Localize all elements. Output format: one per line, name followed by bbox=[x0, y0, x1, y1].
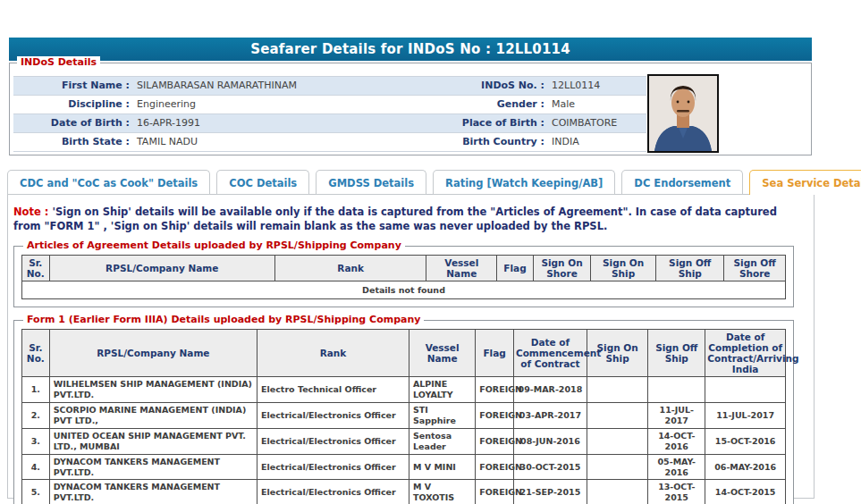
indos-details-fieldset: INDoS Details First Name : SILAMBARASAN … bbox=[9, 63, 812, 155]
cell-flag: FOREIGN bbox=[476, 454, 514, 480]
cell-vessel: STI Sapphire bbox=[409, 403, 475, 429]
col-header-completion: Date of Completion of Contract/Arriving … bbox=[705, 330, 786, 377]
cell-sign-on-ship bbox=[587, 377, 647, 403]
discipline-label: Discipline : bbox=[13, 96, 135, 113]
tab-coc-details[interactable]: COC Details bbox=[216, 170, 309, 195]
cell-commencement: 03-APR-2017 bbox=[513, 403, 587, 429]
form1-details-table: Sr. No. RPSL/Company Name Rank Vessel Na… bbox=[21, 329, 786, 504]
cell-commencement: 09-MAR-2018 bbox=[513, 377, 587, 403]
cell-completion: 11-JUL-2017 bbox=[705, 403, 786, 429]
details-not-found-message: Details not found bbox=[22, 281, 786, 299]
cell-sign-on-ship bbox=[587, 403, 647, 429]
sign-on-ship-note: Note : 'Sign on Ship' details will be av… bbox=[13, 206, 806, 233]
articles-of-agreement-table: Sr. No. RPSL/Company Name Rank Vessel Na… bbox=[21, 255, 786, 299]
articles-header-row: Sr. No. RPSL/Company Name Rank Vessel Na… bbox=[22, 256, 786, 281]
tab-cdc-coc-as-cook-details[interactable]: CDC and "CoC as Cook" Details bbox=[7, 170, 210, 195]
cell-rank: Electrical/Electronics Officer bbox=[257, 403, 409, 429]
cell-completion: 14-OCT-2015 bbox=[705, 480, 786, 504]
cell-sr-no: 5. bbox=[22, 480, 50, 504]
cell-flag: FOREIGN bbox=[476, 428, 514, 454]
col-header-sign-off-shore: Sign Off Shore bbox=[724, 256, 786, 281]
birth-state-value: TAMIL NADU bbox=[135, 133, 403, 151]
cell-completion: 06-MAY-2016 bbox=[705, 454, 786, 480]
articles-empty-row: Details not found bbox=[22, 281, 786, 299]
cell-sr-no: 1. bbox=[22, 377, 50, 403]
cell-commencement: 30-OCT-2015 bbox=[513, 454, 587, 480]
tab-gmdss-details[interactable]: GMDSS Details bbox=[316, 170, 426, 195]
detail-row-birth-state: Birth State : TAMIL NADU Birth Country :… bbox=[13, 133, 646, 152]
form1-details-fieldset: Form 1 (Earlier Form IIIA) Details uploa… bbox=[13, 320, 794, 504]
cell-rank: Electrical/Electronics Officer bbox=[257, 428, 409, 454]
table-row: 2. SCORPIO MARINE MANAGEMENT (INDIA) PVT… bbox=[22, 403, 786, 429]
col-header-sign-on-shore: Sign On Shore bbox=[533, 256, 590, 281]
table-row: 4. DYNACOM TANKERS MANAGEMENT PVT.LTD. E… bbox=[22, 454, 786, 480]
birth-country-label: Birth Country : bbox=[403, 133, 550, 151]
cell-flag: FOREIGN bbox=[476, 377, 514, 403]
col-header-flag: Flag bbox=[476, 330, 514, 377]
col-header-sr-no: Sr. No. bbox=[22, 256, 50, 281]
cell-vessel: M V MINI bbox=[409, 454, 475, 480]
articles-of-agreement-fieldset: Articles of Agreement Details uploaded b… bbox=[13, 246, 794, 307]
articles-of-agreement-legend: Articles of Agreement Details uploaded b… bbox=[23, 239, 405, 251]
cell-completion: 15-OCT-2016 bbox=[705, 428, 786, 454]
cell-company: WILHELMSEN SHIP MANAGEMENT (INDIA) PVT.L… bbox=[49, 377, 257, 403]
indos-details-legend: INDoS Details bbox=[17, 56, 100, 68]
col-header-sign-off-ship: Sign Off Ship bbox=[656, 256, 724, 281]
detail-row-discipline: Discipline : Engineering Gender : Male bbox=[13, 96, 646, 114]
table-row: 3. UNITED OCEAN SHIP MANAGEMENT PVT. LTD… bbox=[22, 428, 786, 454]
table-row: 5. DYNACOM TANKERS MANAGEMENT PVT.LTD. E… bbox=[22, 480, 786, 504]
indos-no-label: INDoS No. : bbox=[403, 77, 550, 95]
table-row: 1. WILHELMSEN SHIP MANAGEMENT (INDIA) PV… bbox=[22, 377, 786, 403]
note-text: 'Sign on Ship' details will be available… bbox=[13, 206, 777, 232]
col-header-rank: Rank bbox=[274, 256, 426, 281]
cell-company: DYNACOM TANKERS MANAGEMENT PVT.LTD. bbox=[49, 480, 257, 504]
seafarer-details-page: { "header": { "title": "Seafarer Details… bbox=[0, 0, 861, 504]
cell-sign-off-ship: 13-OCT-2015 bbox=[648, 480, 705, 504]
place-of-birth-value: COIMBATORE bbox=[550, 114, 646, 132]
seafarer-photo bbox=[647, 74, 719, 153]
col-header-company: RPSL/Company Name bbox=[49, 330, 257, 377]
date-of-birth-label: Date of Birth : bbox=[13, 114, 135, 132]
cell-sr-no: 4. bbox=[22, 454, 50, 480]
discipline-value: Engineering bbox=[135, 96, 403, 113]
cell-rank: Electro Technical Officer bbox=[257, 377, 409, 403]
cell-company: SCORPIO MARINE MANAGEMENT (INDIA) PVT LT… bbox=[49, 403, 257, 429]
date-of-birth-value: 16-APR-1991 bbox=[135, 114, 403, 132]
col-header-flag: Flag bbox=[497, 256, 534, 281]
birth-state-label: Birth State : bbox=[13, 133, 135, 151]
cell-company: DYNACOM TANKERS MANAGEMENT PVT.LTD. bbox=[49, 454, 257, 480]
cell-sign-on-ship bbox=[587, 428, 647, 454]
col-header-rank: Rank bbox=[257, 330, 409, 377]
cell-sign-off-ship: 11-JUL-2017 bbox=[648, 403, 705, 429]
page-title: Seafarer Details for INDoS No : 12LL0114 bbox=[9, 38, 812, 61]
detail-row-first-name: First Name : SILAMBARASAN RAMARATHINAM I… bbox=[13, 76, 646, 96]
gender-value: Male bbox=[550, 96, 646, 113]
gender-label: Gender : bbox=[403, 96, 550, 113]
seafarer-photo-illustration bbox=[649, 76, 717, 151]
sea-service-details-panel: Note : 'Sign on Ship' details will be av… bbox=[7, 194, 815, 499]
indos-no-value: 12LL0114 bbox=[550, 77, 646, 95]
cell-vessel: M V TOXOTIS bbox=[409, 480, 475, 504]
cell-sr-no: 3. bbox=[22, 428, 50, 454]
cell-vessel: ALPINE LOYALTY bbox=[409, 377, 475, 403]
note-label: Note : bbox=[13, 206, 48, 218]
tab-sea-service-details[interactable]: Sea Service Details bbox=[749, 170, 861, 195]
col-header-vessel: Vessel Name bbox=[409, 330, 475, 377]
col-header-company: RPSL/Company Name bbox=[49, 256, 274, 281]
cell-vessel: Sentosa Leader bbox=[409, 428, 475, 454]
col-header-sign-on-ship: Sign On Ship bbox=[591, 256, 656, 281]
tab-rating-watch-keeping-ab[interactable]: Rating [Watch Keeping/AB] bbox=[433, 170, 615, 195]
cell-company: UNITED OCEAN SHIP MANAGEMENT PVT. LTD., … bbox=[49, 428, 257, 454]
first-name-label: First Name : bbox=[13, 77, 135, 95]
indos-details-grid: First Name : SILAMBARASAN RAMARATHINAM I… bbox=[13, 76, 646, 152]
cell-completion bbox=[705, 377, 786, 403]
form1-details-legend: Form 1 (Earlier Form IIIA) Details uploa… bbox=[23, 314, 424, 325]
col-header-sign-off-ship: Sign Off Ship bbox=[648, 330, 705, 377]
col-header-vessel: Vessel Name bbox=[426, 256, 497, 281]
birth-country-value: INDIA bbox=[550, 133, 646, 151]
detail-row-date-of-birth: Date of Birth : 16-APR-1991 Place of Bir… bbox=[13, 114, 646, 133]
col-header-sr-no: Sr. No. bbox=[22, 330, 50, 377]
cell-sign-off-ship: 05-MAY-2016 bbox=[648, 454, 705, 480]
tab-dc-endorsement[interactable]: DC Endorsement bbox=[621, 170, 743, 195]
tab-bar: CDC and "CoC as Cook" Details COC Detail… bbox=[7, 170, 816, 195]
